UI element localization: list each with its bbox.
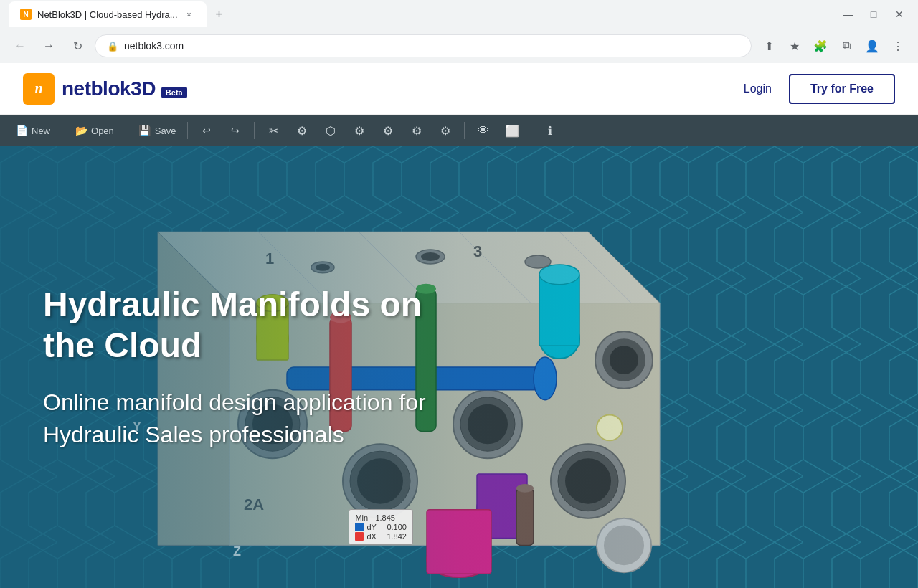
measure-dy-color — [355, 523, 364, 531]
panel-icon: ⬜ — [505, 123, 519, 138]
info-icon: ℹ — [543, 123, 557, 138]
measure-min-label: Min — [355, 513, 372, 522]
toolbar-separator-4 — [254, 122, 255, 139]
close-window-button[interactable]: ✕ — [889, 4, 909, 24]
hero-text-area: Hydraulic Manifolds on the Cloud Online … — [0, 146, 505, 588]
measure-dy-value: 0.100 — [387, 523, 407, 531]
toolbar-new[interactable]: 📄 New — [9, 120, 56, 141]
toolbar-separator-2 — [126, 122, 126, 139]
toolbar-tool4[interactable]: ⚙ — [346, 120, 372, 141]
toolbar-undo[interactable]: ↩ — [194, 120, 219, 141]
url-text: netblok3.com — [124, 40, 739, 52]
toolbar-cut[interactable]: ✂ — [260, 120, 286, 141]
address-bar[interactable]: 🔒 netblok3.com — [95, 34, 752, 57]
toolbar-tool7[interactable]: ⚙ — [432, 120, 458, 141]
new-tab-button[interactable]: + — [209, 4, 230, 24]
toolbar-panel[interactable]: ⬜ — [499, 120, 525, 141]
measure-min-value: 1.845 — [375, 513, 395, 522]
profile-icon[interactable]: 👤 — [861, 34, 884, 57]
try-for-free-button[interactable]: Try for Free — [789, 74, 895, 104]
extensions-icon[interactable]: 🧩 — [809, 34, 832, 57]
reload-button[interactable]: ↻ — [66, 34, 89, 57]
share-icon[interactable]: ⬆ — [757, 34, 780, 57]
forward-button[interactable]: → — [37, 34, 60, 57]
measure-dx-value: 1.842 — [387, 532, 407, 541]
hero-section: Y Z 1 3 2A — [0, 146, 918, 588]
logo-text: netblok3D Beta — [62, 77, 187, 100]
beta-badge: Beta — [161, 87, 187, 98]
layer-icon: ⚙ — [438, 123, 453, 138]
toolbar-separator-3 — [187, 122, 188, 139]
tab-favicon: N — [20, 9, 32, 20]
toolbar-separator-5 — [464, 122, 465, 139]
undo-icon: ↩ — [199, 123, 214, 138]
toolbar-view[interactable]: 👁 — [470, 120, 496, 141]
toolbar-separator-1 — [62, 122, 62, 139]
measure-dx-row: dX 1.842 — [355, 532, 407, 541]
measure-dy-row: dY 0.100 — [355, 523, 407, 531]
title-bar: N NetBlok3D | Cloud-based Hydra... × + —… — [0, 0, 918, 29]
pipe-icon: ⚙ — [295, 123, 309, 138]
toolbar-redo[interactable]: ↪ — [222, 120, 248, 141]
toolbar-tool2[interactable]: ⚙ — [289, 120, 315, 141]
toolbar-open[interactable]: 📂 Open — [68, 120, 120, 141]
hero-subtitle: Online manifold design application for H… — [43, 387, 462, 451]
toolbar-tool3[interactable]: ⬡ — [318, 120, 344, 141]
site-nav: Login Try for Free — [744, 74, 895, 104]
cut-icon: ✂ — [266, 123, 280, 138]
lock-icon: 🔒 — [107, 41, 118, 52]
browser-window: N NetBlok3D | Cloud-based Hydra... × + —… — [0, 0, 918, 63]
toolbar-open-label: Open — [91, 125, 114, 136]
maximize-button[interactable]: □ — [863, 4, 884, 24]
logo-icon: n — [23, 73, 55, 105]
redo-icon: ↪ — [228, 123, 242, 138]
eye-icon: 👁 — [476, 123, 491, 138]
gear-icon: ⚙ — [381, 123, 395, 138]
hero-title: Hydraulic Manifolds on the Cloud — [43, 284, 462, 366]
tab-bar: N NetBlok3D | Cloud-based Hydra... × + — [9, 1, 838, 27]
website-content: n netblok3D Beta Login Try for Free 📄 Ne… — [0, 63, 918, 588]
active-tab[interactable]: N NetBlok3D | Cloud-based Hydra... × — [9, 1, 207, 27]
drill-icon: ⚙ — [352, 123, 366, 138]
new-icon: 📄 — [14, 123, 29, 138]
toolbar-save[interactable]: 💾 Save — [132, 120, 182, 141]
open-icon: 📂 — [74, 123, 88, 138]
tab-title: NetBlok3D | Cloud-based Hydra... — [37, 9, 178, 20]
address-bar-row: ← → ↻ 🔒 netblok3.com ⬆ ★ 🧩 ⧉ 👤 ⋮ — [0, 29, 918, 63]
measure-min-row: Min 1.845 — [355, 513, 407, 522]
toolbar-new-label: New — [32, 125, 50, 136]
sidebar-toggle-icon[interactable]: ⧉ — [835, 34, 858, 57]
toolbar-tool5[interactable]: ⚙ — [375, 120, 401, 141]
minimize-button[interactable]: — — [838, 4, 858, 24]
manifold-icon: ⬡ — [323, 123, 338, 138]
back-button[interactable]: ← — [9, 34, 32, 57]
measure-dx-label: dX — [366, 532, 384, 541]
login-button[interactable]: Login — [744, 82, 772, 95]
logo-area: n netblok3D Beta — [23, 73, 187, 105]
save-icon: 💾 — [138, 123, 152, 138]
toolbar-tool6[interactable]: ⚙ — [404, 120, 430, 141]
bookmark-icon[interactable]: ★ — [783, 34, 806, 57]
browser-toolbar-icons: ⬆ ★ 🧩 ⧉ 👤 ⋮ — [757, 34, 909, 57]
measure-dy-label: dY — [366, 523, 384, 531]
window-controls: — □ ✕ — [838, 4, 909, 24]
measure-icon: ⚙ — [410, 123, 424, 138]
measurement-popup: Min 1.845 dY 0.100 dX 1.842 — [349, 509, 413, 545]
toolbar-save-label: Save — [155, 125, 176, 136]
site-header: n netblok3D Beta Login Try for Free — [0, 63, 918, 115]
menu-icon[interactable]: ⋮ — [886, 34, 909, 57]
tab-close-button[interactable]: × — [184, 9, 195, 20]
measure-dx-color — [355, 532, 364, 541]
app-toolbar: 📄 New 📂 Open 💾 Save ↩ ↪ ✂ ⚙ ⬡ ⚙ — [0, 115, 918, 146]
toolbar-separator-6 — [531, 122, 531, 139]
toolbar-info[interactable]: ℹ — [537, 120, 563, 141]
